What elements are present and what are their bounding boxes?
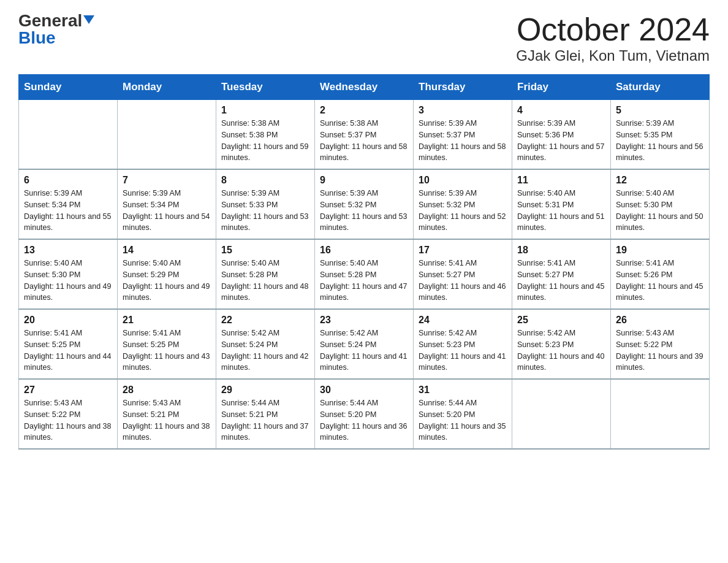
calendar-cell (512, 379, 611, 449)
calendar-week-row: 20Sunrise: 5:41 AM Sunset: 5:25 PM Dayli… (19, 309, 710, 379)
day-info: Sunrise: 5:39 AM Sunset: 5:33 PM Dayligh… (221, 188, 309, 234)
calendar-cell (19, 100, 118, 170)
day-number: 8 (221, 175, 309, 186)
day-info: Sunrise: 5:40 AM Sunset: 5:30 PM Dayligh… (616, 188, 704, 234)
day-info: Sunrise: 5:39 AM Sunset: 5:34 PM Dayligh… (24, 188, 112, 234)
day-info: Sunrise: 5:40 AM Sunset: 5:31 PM Dayligh… (517, 188, 605, 234)
calendar-cell: 31Sunrise: 5:44 AM Sunset: 5:20 PM Dayli… (414, 379, 512, 449)
day-info: Sunrise: 5:40 AM Sunset: 5:28 PM Dayligh… (221, 258, 309, 304)
day-info: Sunrise: 5:40 AM Sunset: 5:30 PM Dayligh… (24, 258, 112, 304)
day-number: 7 (123, 175, 211, 186)
calendar-cell: 28Sunrise: 5:43 AM Sunset: 5:21 PM Dayli… (118, 379, 216, 449)
calendar-cell: 29Sunrise: 5:44 AM Sunset: 5:21 PM Dayli… (216, 379, 315, 449)
calendar-cell: 8Sunrise: 5:39 AM Sunset: 5:33 PM Daylig… (216, 169, 315, 239)
day-info: Sunrise: 5:39 AM Sunset: 5:32 PM Dayligh… (419, 188, 507, 234)
calendar-cell (118, 100, 216, 170)
day-info: Sunrise: 5:40 AM Sunset: 5:29 PM Dayligh… (123, 258, 211, 304)
day-info: Sunrise: 5:41 AM Sunset: 5:27 PM Dayligh… (419, 258, 507, 304)
day-info: Sunrise: 5:44 AM Sunset: 5:20 PM Dayligh… (320, 397, 408, 443)
calendar-cell: 17Sunrise: 5:41 AM Sunset: 5:27 PM Dayli… (414, 239, 512, 309)
day-number: 6 (24, 175, 112, 186)
day-info: Sunrise: 5:43 AM Sunset: 5:22 PM Dayligh… (616, 327, 704, 373)
calendar-header-saturday: Saturday (611, 75, 710, 100)
day-info: Sunrise: 5:44 AM Sunset: 5:21 PM Dayligh… (221, 397, 309, 443)
calendar-cell: 15Sunrise: 5:40 AM Sunset: 5:28 PM Dayli… (216, 239, 315, 309)
day-number: 13 (24, 245, 112, 256)
day-info: Sunrise: 5:43 AM Sunset: 5:21 PM Dayligh… (123, 397, 211, 443)
calendar-cell: 11Sunrise: 5:40 AM Sunset: 5:31 PM Dayli… (512, 169, 611, 239)
calendar-cell: 6Sunrise: 5:39 AM Sunset: 5:34 PM Daylig… (19, 169, 118, 239)
day-info: Sunrise: 5:39 AM Sunset: 5:36 PM Dayligh… (517, 118, 605, 164)
day-number: 5 (616, 105, 704, 116)
day-info: Sunrise: 5:43 AM Sunset: 5:22 PM Dayligh… (24, 397, 112, 443)
calendar-header-thursday: Thursday (414, 75, 512, 100)
day-number: 29 (221, 385, 309, 396)
day-info: Sunrise: 5:42 AM Sunset: 5:24 PM Dayligh… (320, 327, 408, 373)
calendar-cell: 23Sunrise: 5:42 AM Sunset: 5:24 PM Dayli… (315, 309, 414, 379)
day-number: 9 (320, 175, 408, 186)
day-number: 17 (419, 245, 507, 256)
day-info: Sunrise: 5:38 AM Sunset: 5:38 PM Dayligh… (221, 118, 309, 164)
calendar-cell: 18Sunrise: 5:41 AM Sunset: 5:27 PM Dayli… (512, 239, 611, 309)
calendar-week-row: 27Sunrise: 5:43 AM Sunset: 5:22 PM Dayli… (19, 379, 710, 449)
day-info: Sunrise: 5:39 AM Sunset: 5:32 PM Dayligh… (320, 188, 408, 234)
calendar-header-monday: Monday (118, 75, 216, 100)
calendar-week-row: 1Sunrise: 5:38 AM Sunset: 5:38 PM Daylig… (19, 100, 710, 170)
logo-blue-text: Blue (18, 29, 56, 47)
day-number: 10 (419, 175, 507, 186)
day-number: 21 (123, 315, 211, 326)
calendar-cell: 1Sunrise: 5:38 AM Sunset: 5:38 PM Daylig… (216, 100, 315, 170)
day-info: Sunrise: 5:42 AM Sunset: 5:23 PM Dayligh… (419, 327, 507, 373)
day-info: Sunrise: 5:40 AM Sunset: 5:28 PM Dayligh… (320, 258, 408, 304)
day-info: Sunrise: 5:39 AM Sunset: 5:35 PM Dayligh… (616, 118, 704, 164)
calendar-cell: 5Sunrise: 5:39 AM Sunset: 5:35 PM Daylig… (611, 100, 710, 170)
calendar-header-wednesday: Wednesday (315, 75, 414, 100)
calendar-cell: 25Sunrise: 5:42 AM Sunset: 5:23 PM Dayli… (512, 309, 611, 379)
calendar-header-row: SundayMondayTuesdayWednesdayThursdayFrid… (19, 75, 710, 100)
calendar-header-friday: Friday (512, 75, 611, 100)
calendar-cell: 3Sunrise: 5:39 AM Sunset: 5:37 PM Daylig… (414, 100, 512, 170)
day-info: Sunrise: 5:41 AM Sunset: 5:25 PM Dayligh… (123, 327, 211, 373)
calendar-cell: 12Sunrise: 5:40 AM Sunset: 5:30 PM Dayli… (611, 169, 710, 239)
calendar-cell: 20Sunrise: 5:41 AM Sunset: 5:25 PM Dayli… (19, 309, 118, 379)
day-number: 4 (517, 105, 605, 116)
calendar-table: SundayMondayTuesdayWednesdayThursdayFrid… (18, 74, 710, 450)
calendar-cell: 22Sunrise: 5:42 AM Sunset: 5:24 PM Dayli… (216, 309, 315, 379)
title-block: October 2024 GJak Glei, Kon Tum, Vietnam (516, 12, 710, 64)
day-number: 16 (320, 245, 408, 256)
calendar-week-row: 6Sunrise: 5:39 AM Sunset: 5:34 PM Daylig… (19, 169, 710, 239)
day-number: 30 (320, 385, 408, 396)
day-info: Sunrise: 5:41 AM Sunset: 5:27 PM Dayligh… (517, 258, 605, 304)
calendar-cell: 19Sunrise: 5:41 AM Sunset: 5:26 PM Dayli… (611, 239, 710, 309)
calendar-cell: 27Sunrise: 5:43 AM Sunset: 5:22 PM Dayli… (19, 379, 118, 449)
calendar-cell: 26Sunrise: 5:43 AM Sunset: 5:22 PM Dayli… (611, 309, 710, 379)
day-number: 11 (517, 175, 605, 186)
calendar-cell: 24Sunrise: 5:42 AM Sunset: 5:23 PM Dayli… (414, 309, 512, 379)
day-number: 14 (123, 245, 211, 256)
day-info: Sunrise: 5:44 AM Sunset: 5:20 PM Dayligh… (419, 397, 507, 443)
day-number: 25 (517, 315, 605, 326)
location-title: GJak Glei, Kon Tum, Vietnam (516, 47, 710, 64)
day-number: 31 (419, 385, 507, 396)
calendar-cell: 13Sunrise: 5:40 AM Sunset: 5:30 PM Dayli… (19, 239, 118, 309)
calendar-cell: 9Sunrise: 5:39 AM Sunset: 5:32 PM Daylig… (315, 169, 414, 239)
day-number: 1 (221, 105, 309, 116)
day-number: 12 (616, 175, 704, 186)
day-info: Sunrise: 5:41 AM Sunset: 5:25 PM Dayligh… (24, 327, 112, 373)
day-number: 26 (616, 315, 704, 326)
day-number: 15 (221, 245, 309, 256)
day-number: 24 (419, 315, 507, 326)
day-info: Sunrise: 5:42 AM Sunset: 5:24 PM Dayligh… (221, 327, 309, 373)
calendar-cell: 14Sunrise: 5:40 AM Sunset: 5:29 PM Dayli… (118, 239, 216, 309)
month-title: October 2024 (516, 12, 710, 47)
calendar-week-row: 13Sunrise: 5:40 AM Sunset: 5:30 PM Dayli… (19, 239, 710, 309)
day-number: 19 (616, 245, 704, 256)
logo-triangle-icon (83, 15, 94, 24)
day-number: 18 (517, 245, 605, 256)
calendar-cell: 21Sunrise: 5:41 AM Sunset: 5:25 PM Dayli… (118, 309, 216, 379)
day-number: 28 (123, 385, 211, 396)
calendar-header-sunday: Sunday (19, 75, 118, 100)
day-info: Sunrise: 5:39 AM Sunset: 5:37 PM Dayligh… (419, 118, 507, 164)
logo-general-text: General (18, 12, 82, 29)
logo: General Blue (18, 12, 94, 47)
